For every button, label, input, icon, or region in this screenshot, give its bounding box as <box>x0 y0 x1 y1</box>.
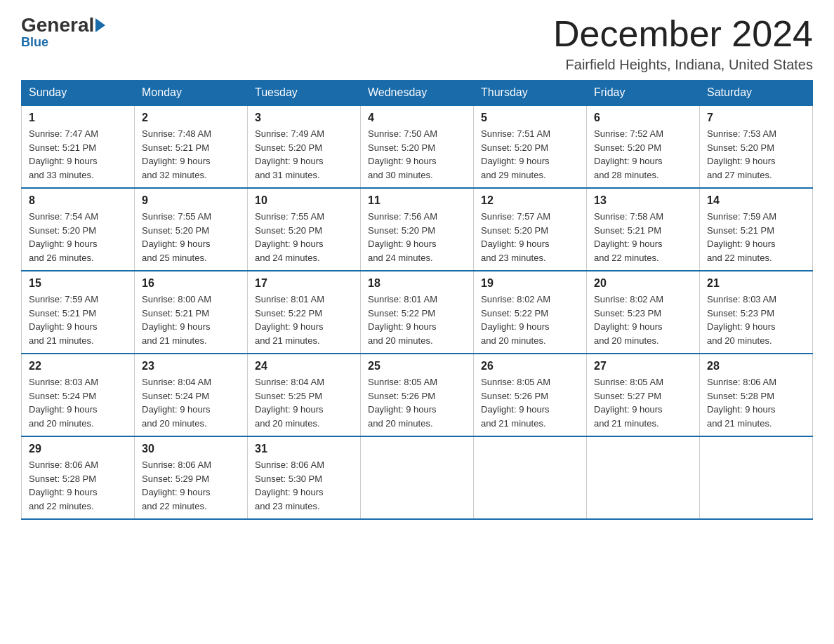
day-info: Sunrise: 7:57 AM Sunset: 5:20 PM Dayligh… <box>481 210 579 264</box>
day-number: 11 <box>368 194 466 207</box>
day-info: Sunrise: 7:52 AM Sunset: 5:20 PM Dayligh… <box>594 127 692 182</box>
calendar-cell: 4 Sunrise: 7:50 AM Sunset: 5:20 PM Dayli… <box>361 105 474 188</box>
calendar-cell: 5 Sunrise: 7:51 AM Sunset: 5:20 PM Dayli… <box>474 105 587 188</box>
week-row-3: 15 Sunrise: 7:59 AM Sunset: 5:21 PM Dayl… <box>22 271 813 354</box>
day-number: 2 <box>142 112 240 124</box>
day-info: Sunrise: 8:03 AM Sunset: 5:24 PM Dayligh… <box>29 375 127 430</box>
day-info: Sunrise: 8:03 AM Sunset: 5:23 PM Dayligh… <box>707 293 805 347</box>
day-info: Sunrise: 7:50 AM Sunset: 5:20 PM Dayligh… <box>368 127 466 182</box>
calendar-cell: 28 Sunrise: 8:06 AM Sunset: 5:28 PM Dayl… <box>700 354 813 436</box>
day-info: Sunrise: 7:47 AM Sunset: 5:21 PM Dayligh… <box>29 127 127 182</box>
header-monday: Monday <box>135 81 248 106</box>
day-number: 17 <box>255 277 353 290</box>
day-info: Sunrise: 7:54 AM Sunset: 5:20 PM Dayligh… <box>29 210 127 264</box>
header-friday: Friday <box>587 81 700 106</box>
day-number: 3 <box>255 112 353 124</box>
calendar-cell: 25 Sunrise: 8:05 AM Sunset: 5:26 PM Dayl… <box>361 354 474 436</box>
month-title: December 2024 <box>553 14 813 54</box>
calendar-cell: 14 Sunrise: 7:59 AM Sunset: 5:21 PM Dayl… <box>700 188 813 271</box>
day-info: Sunrise: 8:05 AM Sunset: 5:27 PM Dayligh… <box>594 375 692 430</box>
calendar-cell: 19 Sunrise: 8:02 AM Sunset: 5:22 PM Dayl… <box>474 271 587 354</box>
calendar-cell: 13 Sunrise: 7:58 AM Sunset: 5:21 PM Dayl… <box>587 188 700 271</box>
day-number: 30 <box>142 443 240 455</box>
day-number: 1 <box>29 112 127 124</box>
day-info: Sunrise: 7:59 AM Sunset: 5:21 PM Dayligh… <box>29 293 127 347</box>
day-info: Sunrise: 8:01 AM Sunset: 5:22 PM Dayligh… <box>368 293 466 347</box>
calendar-cell: 6 Sunrise: 7:52 AM Sunset: 5:20 PM Dayli… <box>587 105 700 188</box>
calendar-cell: 2 Sunrise: 7:48 AM Sunset: 5:21 PM Dayli… <box>135 105 248 188</box>
day-number: 18 <box>368 277 466 290</box>
day-info: Sunrise: 8:06 AM Sunset: 5:28 PM Dayligh… <box>29 458 127 513</box>
header-saturday: Saturday <box>700 81 813 106</box>
header-wednesday: Wednesday <box>361 81 474 106</box>
header-tuesday: Tuesday <box>248 81 361 106</box>
calendar-cell: 3 Sunrise: 7:49 AM Sunset: 5:20 PM Dayli… <box>248 105 361 188</box>
logo-blue: Blue <box>21 35 48 50</box>
day-number: 10 <box>255 194 353 207</box>
day-number: 25 <box>368 360 466 373</box>
day-info: Sunrise: 7:51 AM Sunset: 5:20 PM Dayligh… <box>481 127 579 182</box>
calendar-cell: 22 Sunrise: 8:03 AM Sunset: 5:24 PM Dayl… <box>22 354 135 436</box>
calendar-cell: 26 Sunrise: 8:05 AM Sunset: 5:26 PM Dayl… <box>474 354 587 436</box>
title-section: December 2024 Fairfield Heights, Indiana… <box>553 14 813 73</box>
calendar-cell: 18 Sunrise: 8:01 AM Sunset: 5:22 PM Dayl… <box>361 271 474 354</box>
day-number: 6 <box>594 112 692 124</box>
calendar-cell <box>474 436 587 519</box>
calendar-cell: 23 Sunrise: 8:04 AM Sunset: 5:24 PM Dayl… <box>135 354 248 436</box>
calendar-cell: 11 Sunrise: 7:56 AM Sunset: 5:20 PM Dayl… <box>361 188 474 271</box>
calendar-cell: 27 Sunrise: 8:05 AM Sunset: 5:27 PM Dayl… <box>587 354 700 436</box>
day-info: Sunrise: 8:00 AM Sunset: 5:21 PM Dayligh… <box>142 293 240 347</box>
day-number: 19 <box>481 277 579 290</box>
day-info: Sunrise: 8:02 AM Sunset: 5:23 PM Dayligh… <box>594 293 692 347</box>
day-number: 15 <box>29 277 127 290</box>
calendar-cell: 29 Sunrise: 8:06 AM Sunset: 5:28 PM Dayl… <box>22 436 135 519</box>
day-number: 21 <box>707 277 805 290</box>
day-number: 8 <box>29 194 127 207</box>
day-number: 4 <box>368 112 466 124</box>
day-info: Sunrise: 7:55 AM Sunset: 5:20 PM Dayligh… <box>142 210 240 264</box>
day-info: Sunrise: 8:06 AM Sunset: 5:29 PM Dayligh… <box>142 458 240 513</box>
day-number: 28 <box>707 360 805 373</box>
header-sunday: Sunday <box>22 81 135 106</box>
calendar-cell: 30 Sunrise: 8:06 AM Sunset: 5:29 PM Dayl… <box>135 436 248 519</box>
calendar-cell <box>587 436 700 519</box>
day-info: Sunrise: 7:53 AM Sunset: 5:20 PM Dayligh… <box>707 127 805 182</box>
calendar-cell <box>361 436 474 519</box>
calendar-cell: 24 Sunrise: 8:04 AM Sunset: 5:25 PM Dayl… <box>248 354 361 436</box>
calendar-cell: 1 Sunrise: 7:47 AM Sunset: 5:21 PM Dayli… <box>22 105 135 188</box>
day-info: Sunrise: 7:58 AM Sunset: 5:21 PM Dayligh… <box>594 210 692 264</box>
day-info: Sunrise: 8:06 AM Sunset: 5:30 PM Dayligh… <box>255 458 353 513</box>
day-info: Sunrise: 8:06 AM Sunset: 5:28 PM Dayligh… <box>707 375 805 430</box>
day-info: Sunrise: 7:48 AM Sunset: 5:21 PM Dayligh… <box>142 127 240 182</box>
day-info: Sunrise: 8:04 AM Sunset: 5:24 PM Dayligh… <box>142 375 240 430</box>
day-number: 14 <box>707 194 805 207</box>
calendar-cell: 21 Sunrise: 8:03 AM Sunset: 5:23 PM Dayl… <box>700 271 813 354</box>
day-info: Sunrise: 8:02 AM Sunset: 5:22 PM Dayligh… <box>481 293 579 347</box>
calendar-cell <box>700 436 813 519</box>
calendar-cell: 9 Sunrise: 7:55 AM Sunset: 5:20 PM Dayli… <box>135 188 248 271</box>
logo-arrow-icon <box>95 18 105 32</box>
calendar-cell: 8 Sunrise: 7:54 AM Sunset: 5:20 PM Dayli… <box>22 188 135 271</box>
week-row-2: 8 Sunrise: 7:54 AM Sunset: 5:20 PM Dayli… <box>22 188 813 271</box>
day-number: 16 <box>142 277 240 290</box>
day-number: 13 <box>594 194 692 207</box>
day-info: Sunrise: 7:55 AM Sunset: 5:20 PM Dayligh… <box>255 210 353 264</box>
week-row-4: 22 Sunrise: 8:03 AM Sunset: 5:24 PM Dayl… <box>22 354 813 436</box>
day-number: 31 <box>255 443 353 455</box>
calendar-cell: 20 Sunrise: 8:02 AM Sunset: 5:23 PM Dayl… <box>587 271 700 354</box>
weekday-header-row: Sunday Monday Tuesday Wednesday Thursday… <box>22 81 813 106</box>
day-number: 23 <box>142 360 240 373</box>
page-header: General Blue December 2024 Fairfield Hei… <box>21 14 813 73</box>
calendar-cell: 16 Sunrise: 8:00 AM Sunset: 5:21 PM Dayl… <box>135 271 248 354</box>
day-info: Sunrise: 7:49 AM Sunset: 5:20 PM Dayligh… <box>255 127 353 182</box>
day-number: 27 <box>594 360 692 373</box>
day-number: 29 <box>29 443 127 455</box>
day-number: 12 <box>481 194 579 207</box>
day-info: Sunrise: 7:56 AM Sunset: 5:20 PM Dayligh… <box>368 210 466 264</box>
day-info: Sunrise: 8:04 AM Sunset: 5:25 PM Dayligh… <box>255 375 353 430</box>
day-number: 24 <box>255 360 353 373</box>
calendar-cell: 10 Sunrise: 7:55 AM Sunset: 5:20 PM Dayl… <box>248 188 361 271</box>
day-info: Sunrise: 7:59 AM Sunset: 5:21 PM Dayligh… <box>707 210 805 264</box>
calendar-cell: 12 Sunrise: 7:57 AM Sunset: 5:20 PM Dayl… <box>474 188 587 271</box>
day-info: Sunrise: 8:01 AM Sunset: 5:22 PM Dayligh… <box>255 293 353 347</box>
